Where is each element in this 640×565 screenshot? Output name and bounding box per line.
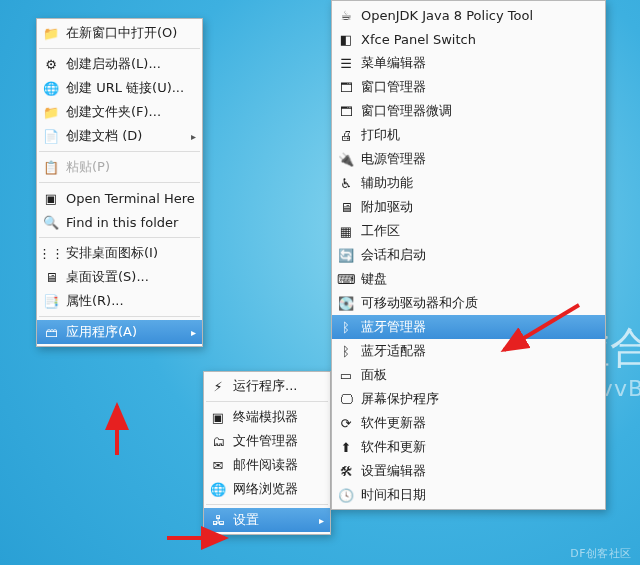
keyboard-icon: ⌨ [338, 271, 354, 287]
xfce-panel-switch-item[interactable]: ◧ Xfce Panel Switch [332, 27, 605, 51]
drive-icon: 💽 [338, 295, 354, 311]
desktop-context-menu: 📁 在新窗口中打开(O) ⚙ 创建启动器(L)... 🌐 创建 URL 链接(U… [36, 18, 203, 347]
label: 设置 [233, 511, 259, 529]
label: 在新窗口中打开(O) [66, 24, 177, 42]
settings-icon: 🖧 [210, 512, 226, 528]
separator [39, 151, 200, 152]
label: 辅助功能 [361, 174, 413, 192]
updates-icon: ⬆ [338, 439, 354, 455]
bluetooth-icon: ᛒ [338, 319, 354, 335]
label: 时间和日期 [361, 486, 426, 504]
software-updates-item[interactable]: ⬆ 软件和更新 [332, 435, 605, 459]
desktop-settings-item[interactable]: 🖥 桌面设置(S)... [37, 265, 202, 289]
mail-reader-item[interactable]: ✉ 邮件阅读器 [204, 453, 330, 477]
label: 附加驱动 [361, 198, 413, 216]
clock-icon: 🕓 [338, 487, 354, 503]
arrange-icon: ⋮⋮ [43, 245, 59, 261]
file-manager-item[interactable]: 🗂 文件管理器 [204, 429, 330, 453]
settings-editor-icon: 🛠 [338, 463, 354, 479]
workspaces-item[interactable]: ▦ 工作区 [332, 219, 605, 243]
menu-editor-item[interactable]: ☰ 菜单编辑器 [332, 51, 605, 75]
run-program-item[interactable]: ⚡ 运行程序... [204, 374, 330, 398]
label: 应用程序(A) [66, 323, 137, 341]
mail-icon: ✉ [210, 457, 226, 473]
terminal-icon: ▣ [210, 409, 226, 425]
separator [39, 48, 200, 49]
label: 邮件阅读器 [233, 456, 298, 474]
updater-icon: ⟳ [338, 415, 354, 431]
label: 窗口管理器微调 [361, 102, 452, 120]
label: 可移动驱动器和介质 [361, 294, 478, 312]
accessibility-icon: ♿ [338, 175, 354, 191]
label: 运行程序... [233, 377, 297, 395]
date-time-item[interactable]: 🕓 时间和日期 [332, 483, 605, 507]
label: OpenJDK Java 8 Policy Tool [361, 8, 533, 23]
properties-item[interactable]: 📑 属性(R)... [37, 289, 202, 313]
bluetooth-icon: ᛒ [338, 343, 354, 359]
label: 窗口管理器 [361, 78, 426, 96]
label: 蓝牙适配器 [361, 342, 426, 360]
separator [39, 237, 200, 238]
separator [39, 182, 200, 183]
session-startup-item[interactable]: 🔄 会话和启动 [332, 243, 605, 267]
screensaver-icon: 🖵 [338, 391, 354, 407]
create-document-item[interactable]: 📄 创建文档 (D) [37, 124, 202, 148]
panel-item[interactable]: ▭ 面板 [332, 363, 605, 387]
create-url-item[interactable]: 🌐 创建 URL 链接(U)... [37, 76, 202, 100]
label: 网络浏览器 [233, 480, 298, 498]
file-manager-icon: 🗂 [210, 433, 226, 449]
removable-drives-item[interactable]: 💽 可移动驱动器和介质 [332, 291, 605, 315]
new-folder-icon: 📁 [43, 104, 59, 120]
find-in-folder-item[interactable]: 🔍 Find in this folder [37, 210, 202, 234]
openjdk-item[interactable]: ☕ OpenJDK Java 8 Policy Tool [332, 3, 605, 27]
label: 粘贴(P) [66, 158, 110, 176]
terminal-emulator-item[interactable]: ▣ 终端模拟器 [204, 405, 330, 429]
globe-icon: 🌐 [43, 80, 59, 96]
label: 安排桌面图标(I) [66, 244, 158, 262]
open-new-window-item[interactable]: 📁 在新窗口中打开(O) [37, 21, 202, 45]
power-manager-item[interactable]: 🔌 电源管理器 [332, 147, 605, 171]
window-manager-tweaks-item[interactable]: 🗔 窗口管理器微调 [332, 99, 605, 123]
window-manager-item[interactable]: 🗔 窗口管理器 [332, 75, 605, 99]
web-browser-item[interactable]: 🌐 网络浏览器 [204, 477, 330, 501]
label: 面板 [361, 366, 387, 384]
label: 文件管理器 [233, 432, 298, 450]
bluetooth-manager-item[interactable]: ᛒ 蓝牙管理器 [332, 315, 605, 339]
label: 打印机 [361, 126, 400, 144]
run-icon: ⚡ [210, 378, 226, 394]
label: 创建 URL 链接(U)... [66, 79, 184, 97]
launcher-icon: ⚙ [43, 56, 59, 72]
separator [206, 401, 328, 402]
keyboard-item[interactable]: ⌨ 键盘 [332, 267, 605, 291]
drivers-icon: 🖥 [338, 199, 354, 215]
paste-item: 📋 粘贴(P) [37, 155, 202, 179]
label: 终端模拟器 [233, 408, 298, 426]
create-launcher-item[interactable]: ⚙ 创建启动器(L)... [37, 52, 202, 76]
label: Find in this folder [66, 215, 178, 230]
settings-submenu: ☕ OpenJDK Java 8 Policy Tool ◧ Xfce Pane… [331, 0, 606, 510]
settings-item[interactable]: 🖧 设置 [204, 508, 330, 532]
label: 工作区 [361, 222, 400, 240]
settings-editor-item[interactable]: 🛠 设置编辑器 [332, 459, 605, 483]
menu-editor-icon: ☰ [338, 55, 354, 71]
software-updater-item[interactable]: ⟳ 软件更新器 [332, 411, 605, 435]
java-icon: ☕ [338, 7, 354, 23]
create-folder-item[interactable]: 📁 创建文件夹(F)... [37, 100, 202, 124]
accessibility-item[interactable]: ♿ 辅助功能 [332, 171, 605, 195]
window-icon: 🗔 [338, 79, 354, 95]
applications-item[interactable]: 🗃 应用程序(A) [37, 320, 202, 344]
screensaver-item[interactable]: 🖵 屏幕保护程序 [332, 387, 605, 411]
additional-drivers-item[interactable]: 🖥 附加驱动 [332, 195, 605, 219]
applications-icon: 🗃 [43, 324, 59, 340]
label: Open Terminal Here [66, 191, 195, 206]
open-terminal-item[interactable]: ▣ Open Terminal Here [37, 186, 202, 210]
applications-submenu: ⚡ 运行程序... ▣ 终端模拟器 🗂 文件管理器 ✉ 邮件阅读器 🌐 网络浏览… [203, 371, 331, 535]
panel-icon: ▭ [338, 367, 354, 383]
arrange-icons-item[interactable]: ⋮⋮ 安排桌面图标(I) [37, 241, 202, 265]
label: 键盘 [361, 270, 387, 288]
printer-icon: 🖨 [338, 127, 354, 143]
power-icon: 🔌 [338, 151, 354, 167]
bluetooth-adapters-item[interactable]: ᛒ 蓝牙适配器 [332, 339, 605, 363]
printers-item[interactable]: 🖨 打印机 [332, 123, 605, 147]
separator [39, 316, 200, 317]
